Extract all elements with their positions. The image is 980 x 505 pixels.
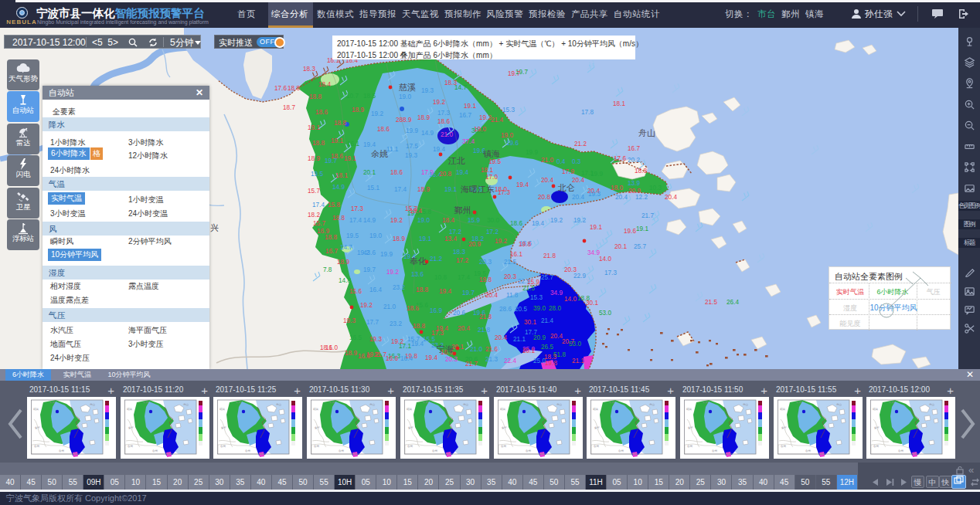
svg-text:18.9: 18.9	[393, 236, 405, 242]
svg-text:16.0: 16.0	[358, 353, 370, 360]
svg-text:15.7: 15.7	[407, 336, 420, 343]
svg-text:17.9: 17.9	[562, 168, 574, 175]
svg-text:19.7: 19.7	[325, 158, 337, 164]
svg-text:18.8: 18.8	[577, 295, 590, 302]
svg-text:19.4: 19.4	[532, 220, 544, 227]
svg-text:20.3: 20.3	[479, 259, 492, 266]
svg-text:舟山: 舟山	[638, 128, 655, 137]
svg-text:19.4: 19.4	[439, 288, 451, 295]
svg-text:19.5: 19.5	[346, 232, 359, 239]
svg-text:17.1: 17.1	[399, 343, 411, 350]
svg-text:20.3: 20.3	[564, 266, 577, 273]
svg-text:15.6: 15.6	[416, 302, 428, 309]
svg-text:28.6: 28.6	[499, 306, 512, 313]
svg-text:15.7: 15.7	[313, 220, 325, 227]
svg-text:18.5: 18.5	[363, 93, 376, 100]
svg-text:15.1: 15.1	[367, 185, 379, 191]
svg-text:19.5: 19.5	[311, 171, 323, 178]
svg-text:17.4: 17.4	[458, 274, 470, 281]
svg-text:19.7: 19.7	[508, 70, 520, 77]
svg-text:18.9: 18.9	[345, 350, 357, 357]
svg-text:13.6: 13.6	[411, 271, 424, 278]
svg-text:21.2: 21.2	[574, 141, 587, 147]
svg-text:15.8: 15.8	[328, 202, 340, 208]
svg-text:30.1: 30.1	[524, 319, 536, 326]
svg-text:兴: 兴	[210, 223, 219, 232]
svg-text:18.8: 18.8	[325, 234, 337, 241]
svg-text:20.5: 20.5	[515, 306, 527, 313]
svg-text:18.6: 18.6	[377, 126, 390, 133]
svg-text:19.0: 19.0	[369, 232, 382, 239]
svg-text:14.0: 14.0	[599, 256, 611, 263]
svg-text:17.3: 17.3	[437, 110, 450, 117]
svg-text:11.8: 11.8	[506, 292, 519, 299]
svg-text:19.3: 19.3	[405, 152, 417, 159]
svg-text:19.3: 19.3	[421, 87, 434, 94]
svg-text:16.7: 16.7	[628, 145, 640, 152]
svg-text:19.0: 19.0	[501, 132, 513, 139]
svg-text:14.8: 14.8	[339, 277, 351, 284]
svg-text:17.7: 17.7	[366, 319, 379, 326]
svg-text:18.6: 18.6	[390, 169, 403, 176]
svg-text:20.4: 20.4	[541, 177, 553, 184]
svg-text:20.4: 20.4	[550, 333, 563, 340]
svg-text:17.2: 17.2	[449, 229, 461, 236]
svg-text:19.9: 19.9	[406, 127, 418, 134]
svg-text:19.3: 19.3	[369, 336, 382, 343]
svg-text:21.5: 21.5	[705, 299, 717, 306]
svg-text:20.3: 20.3	[445, 356, 458, 363]
svg-text:20.4: 20.4	[485, 292, 498, 299]
svg-text:17.0: 17.0	[485, 174, 498, 181]
svg-text:20.4: 20.4	[615, 194, 628, 201]
svg-text:15.3: 15.3	[502, 107, 515, 114]
svg-text:21.4: 21.4	[541, 317, 553, 324]
svg-text:19.7: 19.7	[363, 266, 376, 273]
svg-text:21.5: 21.5	[504, 259, 516, 266]
svg-text:18.8: 18.8	[635, 168, 647, 175]
svg-text:19.8: 19.8	[479, 276, 492, 283]
svg-text:21.7: 21.7	[641, 212, 654, 219]
svg-text:21.6: 21.6	[485, 346, 498, 353]
svg-text:21.0: 21.0	[541, 157, 553, 164]
svg-text:10.7: 10.7	[346, 93, 359, 100]
svg-text:19.2: 19.2	[573, 217, 586, 224]
svg-text:17.4: 17.4	[394, 186, 407, 193]
svg-text:16.5: 16.5	[349, 334, 362, 341]
svg-text:20.4: 20.4	[495, 334, 507, 341]
svg-text:镇海: 镇海	[483, 149, 500, 158]
svg-text:10.8: 10.8	[434, 274, 447, 281]
svg-text:19.1: 19.1	[308, 124, 320, 131]
svg-text:21.8: 21.8	[479, 314, 492, 320]
svg-text:18.8: 18.8	[334, 120, 346, 127]
svg-text:海曙江东: 海曙江东	[461, 185, 495, 194]
svg-text:19.3: 19.3	[588, 191, 601, 198]
svg-text:18.1: 18.1	[320, 344, 332, 351]
svg-text:17.5: 17.5	[406, 143, 418, 150]
svg-text:18.9: 18.9	[352, 107, 364, 114]
svg-text:18.8: 18.8	[413, 323, 425, 330]
svg-text:16.7: 16.7	[325, 248, 338, 255]
svg-text:20.9: 20.9	[628, 188, 641, 195]
svg-text:14.7: 14.7	[454, 84, 467, 91]
svg-text:15.9: 15.9	[527, 279, 539, 286]
svg-text:20.4: 20.4	[458, 325, 470, 332]
svg-text:19.2: 19.2	[495, 238, 507, 245]
svg-text:20.1: 20.1	[363, 169, 376, 176]
svg-text:17.4: 17.4	[349, 217, 362, 224]
svg-text:21.1: 21.1	[572, 358, 584, 364]
svg-text:20.2: 20.2	[628, 157, 640, 164]
svg-text:奉化: 奉化	[410, 256, 427, 266]
svg-text:18.8: 18.8	[288, 85, 300, 92]
svg-text:0.3: 0.3	[572, 158, 581, 165]
svg-text:19.2: 19.2	[371, 110, 383, 117]
svg-text:21.0: 21.0	[470, 346, 482, 353]
svg-text:25.7: 25.7	[634, 243, 646, 250]
svg-text:37.4: 37.4	[462, 138, 475, 145]
svg-text:18.9: 18.9	[417, 186, 430, 193]
svg-text:21.0: 21.0	[383, 303, 396, 310]
svg-text:21.8: 21.8	[543, 252, 556, 259]
svg-text:14.0: 14.0	[564, 296, 577, 303]
svg-text:20.9: 20.9	[468, 241, 481, 248]
svg-text:18.8: 18.8	[309, 93, 322, 100]
svg-text:17.2: 17.2	[456, 257, 468, 264]
